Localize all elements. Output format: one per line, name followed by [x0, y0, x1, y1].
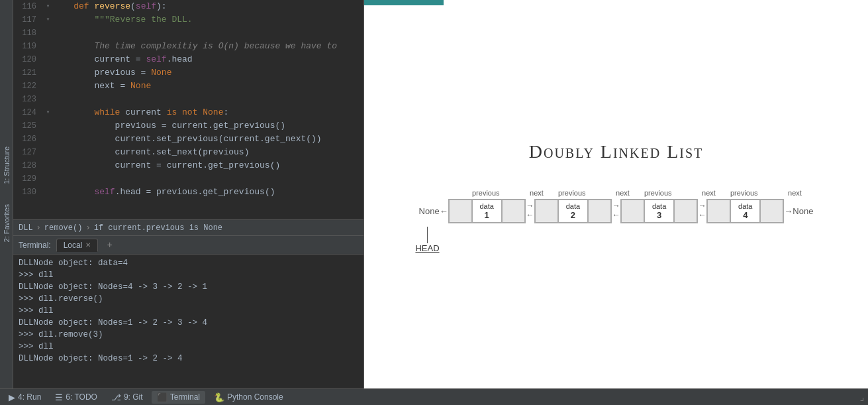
code-line: 130 self.head = previous.get_previous() — [13, 186, 363, 199]
node-2-next — [588, 200, 611, 223]
terminal-line: DLLNode object: Nodes=4 -> 3 -> 2 -> 1 — [19, 281, 358, 293]
line-number: 122 — [13, 80, 43, 93]
line-content: current = current.get_previous() — [53, 159, 363, 172]
breadcrumb-sep-2: › — [85, 223, 90, 233]
run-label: 4: Run — [18, 392, 41, 402]
line-number: 124 — [13, 106, 43, 119]
line-number: 117 — [13, 13, 43, 27]
local-tab[interactable]: Local ✕ — [56, 239, 99, 252]
line-number: 129 — [13, 172, 43, 186]
resize-icon: ⌟ — [859, 392, 865, 403]
node-2: data 2 — [534, 199, 612, 223]
code-line: 120 current = self.head — [13, 53, 363, 66]
line-fold[interactable]: ▾ — [43, 13, 53, 27]
git-button[interactable]: ⎇ 9: Git — [106, 391, 148, 404]
terminal-line: DLLNode object: data=4 — [19, 257, 358, 269]
local-tab-label: Local — [64, 241, 83, 250]
code-line: 118 — [13, 27, 363, 40]
terminal-button[interactable]: ⬛ Terminal — [152, 391, 205, 404]
line-number: 123 — [13, 93, 43, 106]
line-number: 120 — [13, 53, 43, 66]
code-line: 128 current = current.get_previous() — [13, 159, 363, 172]
run-icon: ▶ — [9, 392, 15, 402]
terminal-icon: ⬛ — [157, 392, 168, 402]
line-content: """Reverse the DLL. — [53, 13, 363, 27]
terminal-area: Terminal: Local ✕ + DLLNode object: data… — [13, 236, 363, 388]
code-line: 123 — [13, 93, 363, 106]
bottom-right: ⌟ — [859, 392, 865, 403]
terminal-line: >>> dll.reverse() — [19, 293, 358, 305]
none-left: None← — [419, 206, 448, 216]
line-content: self.head = previous.get_previous() — [53, 186, 363, 199]
local-tab-close[interactable]: ✕ — [85, 241, 91, 249]
line-number: 125 — [13, 119, 43, 133]
terminal-line: DLLNode object: Nodes=1 -> 2 -> 3 -> 4 — [19, 317, 358, 329]
line-fold[interactable]: ▾ — [43, 0, 53, 13]
line-content: current = self.head — [53, 53, 363, 66]
git-icon: ⎇ — [111, 392, 121, 402]
code-line: 124▾ while current is not None: — [13, 106, 363, 119]
line-content: current.set_previous(current.get_next()) — [53, 133, 363, 146]
code-line: 119 The time complexitiy is O(n) because… — [13, 40, 363, 53]
add-tab-button[interactable]: + — [103, 240, 115, 251]
line-content: previous = None — [53, 66, 363, 80]
terminal-line: DLLNode object: Nodes=1 -> 2 -> 4 — [19, 353, 358, 365]
line-number: 118 — [13, 27, 43, 40]
node-1: data 1 — [448, 199, 526, 223]
code-panel: 116▾ def reverse(self):117▾ """Reverse t… — [13, 0, 364, 388]
todo-button[interactable]: ☰ 6: TODO — [50, 391, 103, 404]
breadcrumb-item-3[interactable]: if current.previous is None — [94, 223, 222, 233]
head-label: HEAD — [415, 243, 439, 253]
breadcrumb-item-1[interactable]: DLL — [19, 223, 33, 233]
favorites-label[interactable]: 2: Favorites — [3, 204, 11, 242]
todo-icon: ☰ — [55, 392, 63, 402]
dll-diagram: None← data 1 → ← — [419, 199, 814, 223]
terminal-line: >>> dll — [19, 341, 358, 353]
structure-label[interactable]: 1: Structure — [3, 146, 11, 184]
node-3-next — [674, 200, 697, 223]
status-bar: ▶ 4: Run ☰ 6: TODO ⎇ 9: Git ⬛ Terminal 🐍… — [0, 388, 868, 405]
breadcrumb-item-2[interactable]: remove() — [44, 223, 83, 233]
line-number: 119 — [13, 40, 43, 53]
none-right: →None — [784, 206, 813, 216]
node-4-prev — [707, 200, 730, 223]
node-2-data: data 2 — [558, 200, 588, 223]
breadcrumb-sep-1: › — [36, 223, 41, 233]
node-4: data 4 — [706, 199, 784, 223]
node-3: data 3 — [620, 199, 698, 223]
code-line: 127 current.set_next(previous) — [13, 146, 363, 159]
left-side-panel: 1: Structure 2: Favorites — [0, 0, 13, 388]
line-fold[interactable]: ▾ — [43, 106, 53, 119]
run-button[interactable]: ▶ 4: Run — [3, 391, 46, 404]
code-line: 125 previous = current.get_previous() — [13, 119, 363, 133]
code-line: 116▾ def reverse(self): — [13, 0, 363, 13]
node-2-prev — [535, 200, 558, 223]
git-label: 9: Git — [124, 392, 143, 402]
python-console-button[interactable]: 🐍 Python Console — [209, 391, 289, 404]
main-area: 1: Structure 2: Favorites 116▾ def rever… — [0, 0, 868, 388]
line-number: 128 — [13, 159, 43, 172]
terminal-status-label: Terminal — [170, 392, 200, 402]
line-number: 121 — [13, 66, 43, 80]
terminal-line: >>> dll — [19, 269, 358, 281]
line-content: while current is not None: — [53, 106, 363, 119]
node-3-data: data 3 — [644, 200, 674, 223]
line-content: The time complexitiy is O(n) because we … — [53, 40, 363, 53]
node-3-prev — [621, 200, 644, 223]
node-4-next — [760, 200, 783, 223]
line-content: current.set_next(previous) — [53, 146, 363, 159]
terminal-tabs: Terminal: Local ✕ + — [13, 236, 363, 255]
code-line: 129 — [13, 172, 363, 186]
line-number: 127 — [13, 146, 43, 159]
line-number: 130 — [13, 186, 43, 199]
node-1-next — [502, 200, 525, 223]
code-editor[interactable]: 116▾ def reverse(self):117▾ """Reverse t… — [13, 0, 363, 219]
line-number: 116 — [13, 0, 43, 13]
node-1-data: data 1 — [472, 200, 502, 223]
python-console-label: Python Console — [227, 392, 283, 402]
terminal-line: >>> dll — [19, 305, 358, 317]
terminal-output[interactable]: DLLNode object: data=4>>> dllDLLNode obj… — [13, 255, 363, 388]
line-content: next = None — [53, 80, 363, 93]
code-line: 121 previous = None — [13, 66, 363, 80]
terminal-line: >>> dll.remove(3) — [19, 329, 358, 341]
